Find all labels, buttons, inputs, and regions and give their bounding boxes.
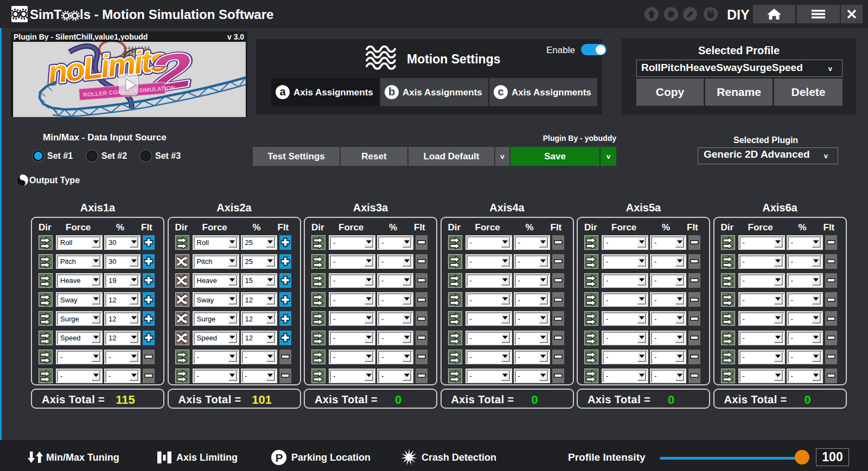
svg-text:P: P xyxy=(275,451,283,464)
